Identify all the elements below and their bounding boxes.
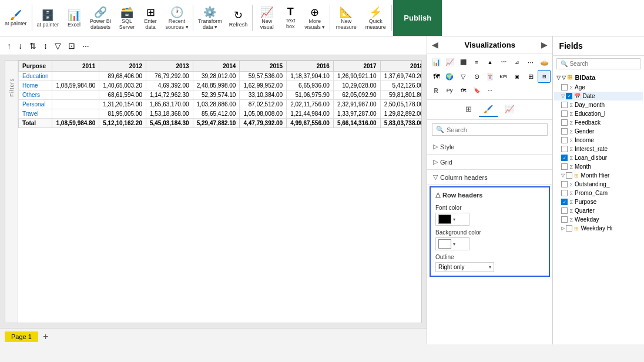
viz-icon-slicer[interactable]: ▣ [511,70,524,83]
field-name-interest-rate: Interest_rate [575,146,608,152]
viz-icon-bookmark[interactable]: 🔖 [470,84,483,97]
grid-section-header[interactable]: ▷ Grid [427,155,552,169]
field-item-purpose[interactable]: ✓ Σ Purpose [554,197,643,206]
field-checkbox-feedback [561,119,568,126]
new-visual-button[interactable]: 📈 Newvisual [254,4,280,33]
viz-search-box[interactable]: 🔍 [432,123,548,136]
outline-select-wrapper[interactable]: Right only ▾ [435,262,494,272]
get-data-icon: 🗄️ [41,9,54,22]
field-checkbox-loan-disbur: ✓ [561,155,568,161]
table-row: Home 1,08,59,984.80 1,40,65,003.20 4,69,… [19,81,422,90]
style-section-header[interactable]: ▷ Style [427,139,552,154]
recent-sources-button[interactable]: 🕐 Recentsources ▾ [162,4,192,33]
fields-header: Fields [553,36,644,56]
field-item-interest-rate[interactable]: Σ Interest_rate [554,145,643,153]
sigma-icon-education: Σ [569,111,573,117]
more-visuals-button[interactable]: ⊕ Morevisuals ▾ [301,4,328,33]
get-data-button[interactable]: 🗄️ at painter [33,6,63,30]
field-item-education[interactable]: Σ Education_l [554,109,643,118]
publish-button[interactable]: Publish [393,0,442,36]
viz-icon-more[interactable]: ··· [484,84,497,97]
sigma-icon-income: Σ [569,138,573,143]
viz-icon-pie[interactable]: 🥧 [538,56,551,69]
viz-search-input[interactable] [447,126,544,133]
text-box-button[interactable]: T Textbox [280,4,301,32]
background-color-picker[interactable]: ▾ [435,237,469,250]
field-item-age[interactable]: Σ Age [554,83,643,92]
viz-analytics-tab[interactable]: 📈 [500,102,519,117]
sigma-icon-age: Σ [569,85,573,90]
viz-panel-back-button[interactable]: ◀ [432,40,438,49]
power-bi-datasets-button[interactable]: 🔗 Power BIdatasets [86,4,115,33]
power-bi-datasets-icon: 🔗 [94,6,107,19]
viz-icon-stacked-bar[interactable]: 📊 [430,56,442,69]
viz-icon-line[interactable]: 📈 [443,56,456,69]
sort-icon[interactable]: ⇅ [27,40,39,52]
field-name-month-hier: Month Hier [581,172,609,179]
viz-icon-table[interactable]: ⊞ [524,70,537,83]
viz-icon-shape[interactable]: 🗺 [457,84,469,97]
viz-icon-card[interactable]: 🃏 [484,70,497,83]
fields-list: ▽ ▽ ⊞ BIData Σ Age ▽ ✓ [553,72,644,344]
field-checkbox-purpose: ✓ [561,199,568,205]
field-item-weekday-hi[interactable]: ▷ ⊞ Weekday Hi [554,224,643,233]
field-item-promo-cam[interactable]: Σ Promo_Cam [554,189,643,197]
new-visual-icon: 📈 [260,6,273,19]
field-item-day-month[interactable]: Σ Day_month [554,100,643,109]
excel-button[interactable]: 📊 Excel [62,6,86,30]
transform-data-button[interactable]: ⚙️ Transformdata ▾ [194,4,226,33]
canvas[interactable]: Filters Purpose 2011 2012 2013 [5,60,422,323]
row-headers-header[interactable]: △ Row headers [431,187,549,202]
column-headers-header[interactable]: ▽ Column headers [427,170,552,185]
viz-icon-r[interactable]: R [430,84,442,97]
viz-icon-stacked-area[interactable]: ▲ [484,56,497,69]
bidata-group-header[interactable]: ▽ ▽ ⊞ BIData [554,72,643,83]
field-item-outstanding[interactable]: Σ Outstanding_ [554,180,643,189]
page-tab[interactable]: Page 1 [5,331,38,342]
field-item-income[interactable]: Σ Income [554,136,643,145]
field-item-date[interactable]: ▽ ✓ 📅 Date [554,92,643,100]
viz-icon-gauge[interactable]: ⊙ [470,70,483,83]
viz-format-tab[interactable]: 🖌️ [479,102,498,117]
more-options-icon[interactable]: ··· [80,40,92,52]
field-name-income: Income [575,137,594,143]
fields-search-input[interactable] [569,61,644,67]
enter-data-button[interactable]: ⊞ Enterdata [139,4,162,33]
viz-icon-funnel[interactable]: ▽ [457,70,469,83]
format-painter-button[interactable]: 🖌️ at painter [1,0,31,36]
field-item-weekday[interactable]: Σ Weekday [554,215,643,224]
new-measure-button[interactable]: 📐 Newmeasure [331,4,361,33]
field-item-loan-disbur[interactable]: ✓ Σ Loan_disbur [554,153,643,162]
viz-icon-python[interactable]: Py [443,84,456,97]
viz-fields-tab[interactable]: ⊞ [461,102,477,117]
arrow-up-icon[interactable]: ↑ [5,40,14,52]
viz-icon-kpi[interactable]: KPI [497,70,510,83]
viz-icon-matrix[interactable]: ⊟ [538,70,551,83]
field-item-gender[interactable]: Σ Gender [554,127,643,136]
sql-button[interactable]: 🗃️ SQLServer [115,4,139,33]
viz-icon-map[interactable]: 🗺 [430,70,442,83]
sort-az-icon[interactable]: ↕ [41,40,50,52]
viz-icon-scatter[interactable]: ··· [524,56,537,69]
viz-panel-forward-button[interactable]: ▶ [541,40,548,49]
search-icon: 🔍 [436,126,444,133]
filter-icon[interactable]: ▽ [52,40,63,52]
viz-icon-area[interactable]: ⬛ [457,56,469,69]
viz-icon-waterfall[interactable]: ⊿ [511,56,524,69]
field-item-month-hier[interactable]: ▽ ⊞ Month Hier [554,171,643,180]
total-row: Total 1,08,59,984.80 5,12,10,162.20 5,45… [19,119,422,128]
font-color-picker[interactable]: ▾ [435,213,469,226]
viz-icon-bar[interactable]: ≡ [470,56,483,69]
add-page-button[interactable]: + [41,331,51,342]
quick-measure-button[interactable]: ⚡ Quickmeasure [361,4,390,33]
refresh-button[interactable]: ↻ Refresh [226,6,251,30]
viz-icon-ribbon[interactable]: 〰 [497,56,510,69]
field-item-feedback[interactable]: Σ Feedback [554,118,643,127]
expand-icon[interactable]: ⊡ [66,40,78,52]
field-item-quarter[interactable]: Σ Quarter [554,206,643,215]
viz-icon-filled-map[interactable]: 🌍 [443,70,456,83]
field-item-month[interactable]: Σ Month [554,162,643,171]
hierarchy-icon-weekday-hi: ⊞ [574,226,579,232]
arrow-down-icon[interactable]: ↓ [16,40,25,52]
fields-search-box[interactable]: 🔍 [556,58,640,69]
